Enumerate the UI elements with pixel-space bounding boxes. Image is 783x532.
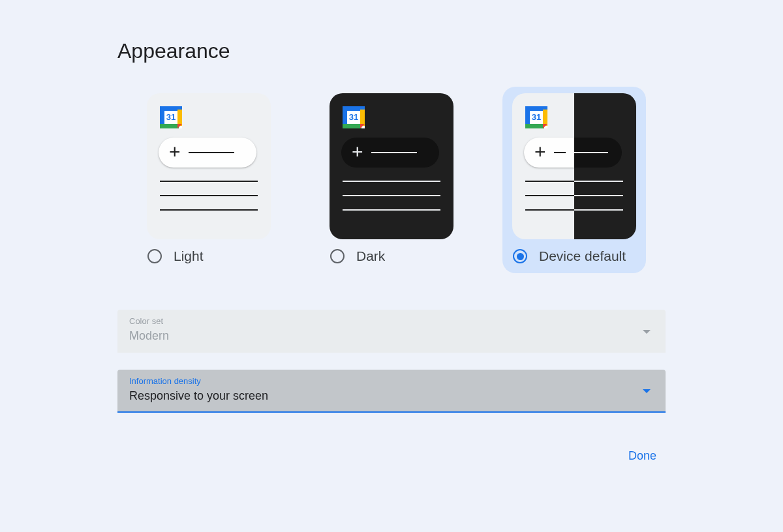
preview-bar [189, 152, 234, 153]
svg-text:31: 31 [532, 112, 541, 122]
preview-bar [574, 152, 608, 153]
svg-rect-17 [525, 124, 544, 128]
preview-lines-right [574, 181, 623, 224]
svg-rect-18 [543, 110, 547, 126]
svg-rect-3 [160, 124, 179, 128]
appearance-fields: Color set Modern Information density Res… [117, 310, 666, 413]
preview-bar [371, 152, 417, 153]
calendar-icon: 31 [160, 106, 182, 128]
density-field[interactable]: Information density Responsive to your s… [117, 370, 666, 413]
svg-rect-11 [360, 110, 365, 126]
radio-label-dark: Dark [356, 248, 385, 264]
preview-create-pill-right [574, 138, 622, 168]
color-set-value: Modern [129, 329, 654, 343]
preview-create-pill-left: + [524, 138, 574, 168]
theme-option-dark[interactable]: 31 + Dark [320, 87, 463, 273]
done-button[interactable]: Done [619, 444, 666, 468]
theme-option-device[interactable]: 31 + [502, 87, 646, 273]
svg-rect-10 [343, 124, 361, 128]
preview-lines [160, 181, 258, 224]
preview-lines-left [525, 181, 574, 224]
density-label: Information density [129, 376, 654, 387]
dropdown-caret-icon [642, 325, 651, 337]
radio-light[interactable] [147, 249, 162, 263]
dropdown-caret-icon [642, 385, 651, 396]
theme-preview-device: 31 + [512, 93, 636, 239]
radio-dark[interactable] [330, 249, 345, 263]
preview-create-pill: + [159, 138, 256, 168]
plus-icon: + [169, 142, 181, 162]
preview-bar [554, 152, 566, 153]
appearance-dialog: Appearance 31 + [0, 0, 783, 468]
preview-create-pill: + [341, 138, 439, 168]
svg-text:31: 31 [349, 112, 358, 122]
radio-device[interactable] [513, 249, 527, 263]
calendar-icon: 31 [525, 106, 547, 128]
svg-rect-4 [177, 110, 182, 126]
theme-option-light[interactable]: 31 + Light [137, 87, 281, 273]
theme-preview-light: 31 + [147, 93, 271, 239]
dialog-footer: Done [117, 444, 666, 468]
plus-icon: + [352, 142, 363, 162]
radio-label-light: Light [174, 248, 204, 264]
radio-label-device: Device default [539, 248, 626, 264]
theme-preview-dark: 31 + [330, 93, 453, 239]
theme-options: 31 + Light [137, 87, 666, 273]
calendar-icon: 31 [343, 106, 365, 128]
plus-icon: + [534, 142, 546, 162]
color-set-field[interactable]: Color set Modern [117, 310, 666, 353]
svg-text:31: 31 [166, 112, 176, 122]
color-set-label: Color set [129, 316, 654, 327]
density-value: Responsive to your screen [129, 389, 654, 403]
dialog-title: Appearance [117, 39, 666, 63]
preview-lines [343, 181, 440, 224]
